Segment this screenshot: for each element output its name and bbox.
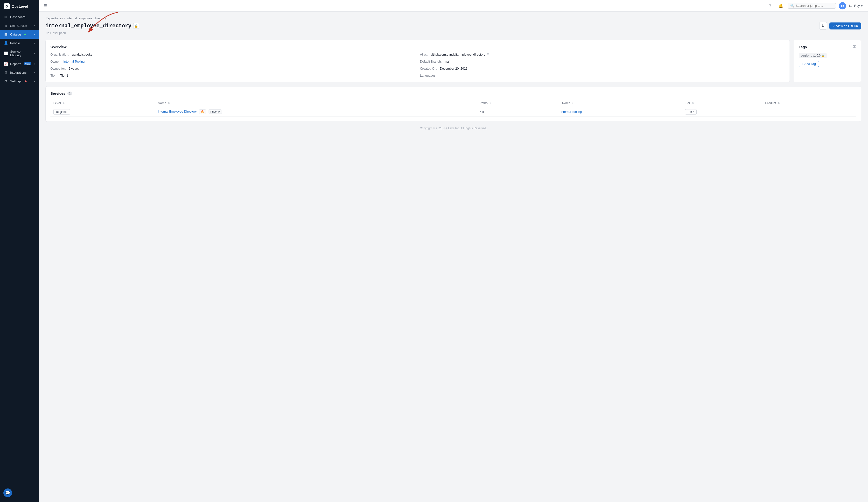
catalog-dot: [24, 33, 26, 35]
chat-bubble-button[interactable]: 💬: [3, 489, 12, 497]
chevron-icon: ›: [34, 52, 35, 55]
sidebar-item-integrations[interactable]: ⚙ Integrations ›: [0, 68, 39, 77]
service-name-link[interactable]: Internal Employee Directory: [158, 110, 196, 113]
alias-value: github.com:gandalf...mployee_directory: [430, 53, 485, 56]
sidebar-item-service-maturity[interactable]: 📊 Service Maturity ›: [0, 47, 39, 59]
search-box[interactable]: 🔍: [788, 3, 836, 9]
fire-badge: 🔥: [199, 109, 206, 114]
tag-label: version : v1.0.0: [801, 54, 820, 57]
reports-new-badge: NEW: [24, 62, 31, 65]
sidebar-logo[interactable]: O OpsLevel: [0, 0, 39, 12]
chevron-icon: ›: [34, 24, 35, 27]
github-button-label: View on GitHub: [836, 24, 858, 28]
sidebar-item-catalog[interactable]: ▦ Catalog ›: [0, 30, 39, 39]
user-name: Ian Roy: [849, 4, 860, 8]
sidebar-item-reports[interactable]: 📈 Reports NEW ›: [0, 59, 39, 68]
breadcrumb: Repositories / internal_employee_directo…: [45, 17, 861, 20]
topbar: ☰ ? 🔔 🔍 IR Ian Roy ∨: [39, 0, 868, 12]
col-name[interactable]: Name ⇅: [155, 99, 477, 107]
phoenix-label: Phoenix: [210, 110, 220, 113]
hamburger-button[interactable]: ☰: [43, 3, 47, 8]
avatar: IR: [839, 2, 846, 9]
sidebar-item-label: People: [10, 41, 20, 45]
help-button[interactable]: ?: [766, 2, 774, 10]
table-row: Beginner Internal Employee Directory 🔥 P…: [50, 107, 856, 117]
owner-link[interactable]: Internal Tooling: [560, 110, 582, 113]
path-icon: ≡: [482, 110, 484, 113]
catalog-icon: ▦: [4, 32, 8, 36]
page-title-area: internal_employee_directory 🔒: [45, 23, 139, 29]
breadcrumb-parent[interactable]: Repositories: [45, 17, 63, 20]
row-name: Internal Employee Directory 🔥 Phoenix: [155, 107, 477, 117]
chevron-down-icon: ∨: [861, 4, 863, 8]
sort-icon: ⇅: [168, 102, 170, 104]
tier-value: Tier 1: [60, 74, 68, 77]
sort-icon: ⇅: [778, 102, 780, 104]
row-product: [762, 107, 856, 117]
tier-label: Tier :: [50, 74, 58, 77]
lock-icon[interactable]: 🔒: [133, 23, 139, 29]
notification-button[interactable]: 🔔: [777, 2, 785, 10]
download-button[interactable]: ⬇: [819, 22, 827, 30]
people-icon: 👤: [4, 41, 8, 45]
sidebar-item-label: Service Maturity: [10, 50, 32, 57]
add-tag-button[interactable]: + Add Tag: [799, 61, 819, 67]
dashboard-icon: ⊞: [4, 15, 8, 19]
breadcrumb-separator: /: [64, 17, 65, 20]
sort-icon: ⇅: [63, 102, 65, 104]
created-label: Created On:: [420, 67, 437, 70]
overview-panel: Overview Organization: gandalfsbooks Ali…: [45, 40, 790, 82]
chevron-icon: ›: [34, 62, 35, 65]
owned-for-label: Owned for:: [50, 67, 66, 70]
integrations-icon: ⚙: [4, 71, 8, 74]
user-menu[interactable]: Ian Roy ∨: [849, 4, 863, 8]
created-value: December 20, 2021: [440, 67, 467, 70]
col-product[interactable]: Product ⇅: [762, 99, 856, 107]
reports-icon: 📈: [4, 62, 8, 66]
search-input[interactable]: [796, 4, 829, 8]
row-tier: Tier 4: [682, 107, 763, 117]
sidebar-item-people[interactable]: 👤 People ›: [0, 39, 39, 47]
chevron-icon: ›: [34, 80, 35, 83]
overview-organization: Organization: gandalfsbooks: [50, 53, 415, 56]
languages-label: Languages:: [420, 74, 436, 77]
self-service-icon: ◈: [4, 24, 8, 28]
sidebar: O OpsLevel ⊞ Dashboard ◈ Self-Service › …: [0, 0, 39, 502]
col-tier[interactable]: Tier ⇅: [682, 99, 763, 107]
maturity-icon: 📊: [4, 51, 8, 55]
tag-lock-icon: 🔒: [822, 54, 824, 57]
footer: Copyright © 2023 J/K Labs Inc. All Right…: [45, 122, 861, 135]
logo-icon: O: [4, 3, 10, 9]
sidebar-item-label: Reports: [10, 62, 21, 66]
overview-owner: Owner: Internal Tooling: [50, 60, 415, 63]
overview-default-branch: Default Branch: main: [420, 60, 785, 63]
overview-title: Overview: [50, 45, 785, 49]
col-paths[interactable]: Paths ⇅: [477, 99, 558, 107]
copy-icon[interactable]: ⧉: [487, 53, 489, 56]
chevron-icon: ›: [34, 42, 35, 44]
tags-list: version : v1.0.0 🔒: [799, 53, 856, 61]
view-on-github-button[interactable]: ⑂ View on GitHub: [829, 22, 861, 29]
services-label: Services: [50, 91, 65, 96]
owner-link[interactable]: Internal Tooling: [63, 60, 85, 63]
sidebar-item-settings[interactable]: ⚙ Settings ›: [0, 77, 39, 86]
tier-badge: Tier 4: [685, 109, 696, 114]
sidebar-item-self-service[interactable]: ◈ Self-Service ›: [0, 21, 39, 30]
col-level[interactable]: Level ⇅: [50, 99, 155, 107]
breadcrumb-current: internal_employee_directory: [66, 17, 106, 20]
sidebar-item-label: Self-Service: [10, 24, 27, 28]
sort-icon: ⇅: [489, 102, 492, 104]
app-name: OpsLevel: [12, 4, 28, 9]
overview-tier: Tier : Tier 1: [50, 74, 415, 77]
header-actions: ⬇ ⑂ View on GitHub: [819, 22, 861, 30]
row-paths: / ≡: [477, 107, 558, 117]
chevron-icon: ›: [34, 71, 35, 74]
info-icon[interactable]: ⓘ: [853, 45, 856, 49]
sort-icon: ⇅: [692, 102, 694, 104]
github-icon: ⑂: [833, 24, 835, 28]
settings-dot: [25, 80, 27, 82]
sidebar-item-dashboard[interactable]: ⊞ Dashboard: [0, 12, 39, 21]
services-panel: Services 1 Level ⇅ Name ⇅: [45, 86, 861, 122]
col-owner[interactable]: Owner ⇅: [558, 99, 682, 107]
overview-languages: Languages:: [420, 74, 785, 77]
